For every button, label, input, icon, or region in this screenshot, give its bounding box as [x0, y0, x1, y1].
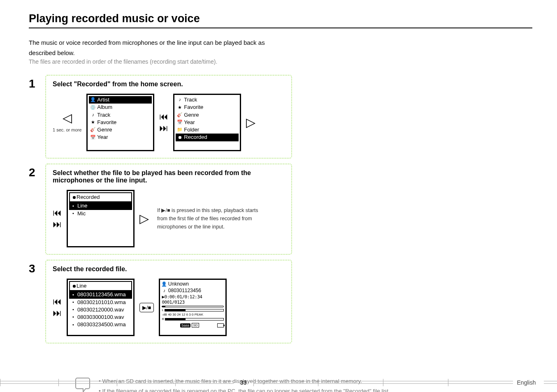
year-icon: 📅: [177, 120, 182, 125]
left-arrow-icon: ◁: [63, 112, 72, 124]
dot-icon: •: [71, 292, 76, 297]
sd-badge: SD: [192, 323, 199, 327]
page-number: 33: [234, 379, 253, 386]
favorite-icon: ★: [177, 105, 182, 110]
level-meter-l: [165, 309, 224, 311]
genre-icon: 🎸: [177, 113, 182, 118]
progress-fill: [162, 306, 165, 307]
menu-year-r: Year: [184, 119, 195, 126]
playback-track: 080301123456: [168, 288, 201, 293]
note-line-2: from the first file of the files recorde…: [157, 214, 258, 223]
page-title: Playing recorded music or voice: [29, 12, 532, 25]
intro-line-1: The music or voice recorded from microph…: [29, 38, 532, 48]
title-rule: [29, 28, 532, 28]
recorded-header: Recorded: [77, 194, 100, 200]
next-icon: ⏭: [159, 124, 168, 133]
step-3-title: Select the recorded file.: [53, 265, 285, 273]
artist-icon: 👤: [91, 97, 95, 102]
step-1-box: Select "Recorded" from the home screen. …: [45, 75, 292, 159]
db-scale: -dB 40 30 24 12 6 3 0 PEAK: [162, 313, 224, 316]
menu-track: Track: [97, 112, 110, 118]
intro-subtext: The files are recorded in order of the f…: [29, 58, 532, 65]
folder-icon: 📁: [177, 127, 182, 132]
dot-icon: •: [71, 307, 76, 312]
step-3-box: Select the recorded file. ⏮ ⏭ ⏺Line •080…: [45, 260, 292, 344]
note-line-3: microphones or the line input.: [157, 223, 258, 231]
bass-badge: bass: [180, 323, 190, 327]
menu-year: Year: [97, 134, 108, 141]
play-stop-button-icon: ▶/■: [139, 303, 154, 312]
menu-track-r: Track: [184, 97, 197, 103]
dot-icon: •: [71, 315, 76, 320]
line-header: Line: [77, 283, 87, 289]
recorded-source-screen: ⏺Recorded •Line •Mic: [67, 190, 135, 247]
next-icon: ⏭: [53, 309, 62, 318]
track-icon: ♪: [162, 288, 167, 293]
menu-recorded-r: Recorded: [184, 134, 207, 141]
year-icon: 📅: [91, 135, 95, 140]
dot-icon: •: [71, 211, 76, 216]
hold-duration-caption: 1 sec. or more: [53, 127, 81, 133]
step-2-note: If ▶/■ is pressed in this step, playback…: [157, 206, 258, 231]
dot-icon: •: [71, 322, 76, 327]
step-2-title: Select whether the file to be played has…: [53, 169, 285, 184]
step-1-title: Select "Recorded" from the home screen.: [53, 81, 285, 88]
dot-icon: •: [71, 300, 76, 305]
file-4: 080303000100.wav: [77, 314, 124, 321]
menu-folder-r: Folder: [184, 127, 199, 133]
home-screen-left: 👤Artist 💿Album ♪Track ★Favorite 🎸Genre 📅…: [86, 94, 154, 151]
menu-favorite-r: Favorite: [184, 104, 203, 111]
menu-album: Album: [97, 104, 112, 111]
playback-time: ▶0:00:01/0:12:34 0001/0123: [162, 294, 224, 305]
next-icon: ⏭: [53, 220, 62, 229]
file-list-screen: ⏺Line •080301123456.wma •080302101010.wm…: [67, 279, 135, 336]
file-3: 080302120000.wav: [77, 307, 124, 313]
step-3-number: 3: [29, 262, 45, 275]
note-line-1: If ▶/■ is pressed in this step, playback…: [157, 206, 258, 214]
page-footer: 33 English: [0, 379, 557, 386]
home-screen-right: ♪Track ★Favorite 🎸Genre 📅Year 📁Folder ⏺R…: [173, 94, 241, 151]
meter-label-r: R: [162, 317, 164, 321]
artist-icon: 👤: [162, 282, 167, 287]
menu-favorite: Favorite: [97, 119, 116, 126]
source-line: Line: [77, 203, 88, 209]
recorded-icon: ⏺: [72, 284, 77, 289]
step-2-box: Select whether the file to be played has…: [45, 164, 292, 255]
prev-icon: ⏮: [159, 112, 168, 121]
prev-icon: ⏮: [53, 208, 62, 217]
level-meter-r: [165, 318, 224, 321]
language-label: English: [513, 379, 544, 386]
battery-icon: [217, 323, 224, 327]
intro-line-2: described below.: [29, 48, 532, 58]
file-5: 080303234500.wma: [77, 321, 126, 328]
track-icon: ♪: [91, 113, 95, 118]
file-2: 080302101010.wma: [77, 299, 126, 306]
meter-label-l: L: [162, 308, 163, 312]
source-mic: Mic: [77, 210, 86, 217]
dot-icon: •: [71, 203, 76, 208]
right-arrow-icon: ▷: [139, 212, 149, 225]
playback-screen: 👤 Unknown ♪ 080301123456 ▶0:00:01/0:12:3…: [159, 279, 227, 336]
recorded-icon: ⏺: [177, 135, 182, 140]
right-arrow-icon: ▷: [246, 116, 255, 129]
menu-genre-r: Genre: [184, 112, 199, 118]
playback-artist: Unknown: [168, 281, 189, 287]
favorite-icon: ★: [91, 120, 95, 125]
prev-icon: ⏮: [53, 297, 62, 306]
memo-item-2: If the filename of a recorded file is re…: [99, 386, 390, 392]
genre-icon: 🎸: [91, 127, 95, 132]
menu-genre: Genre: [97, 127, 112, 133]
track-icon: ♪: [177, 97, 182, 102]
step-2-number: 2: [29, 166, 45, 179]
recorded-icon: ⏺: [72, 195, 77, 200]
menu-artist: Artist: [97, 97, 109, 103]
file-1: 080301123456.wma: [77, 291, 126, 298]
album-icon: 💿: [91, 105, 95, 110]
step-1-number: 1: [29, 77, 45, 90]
